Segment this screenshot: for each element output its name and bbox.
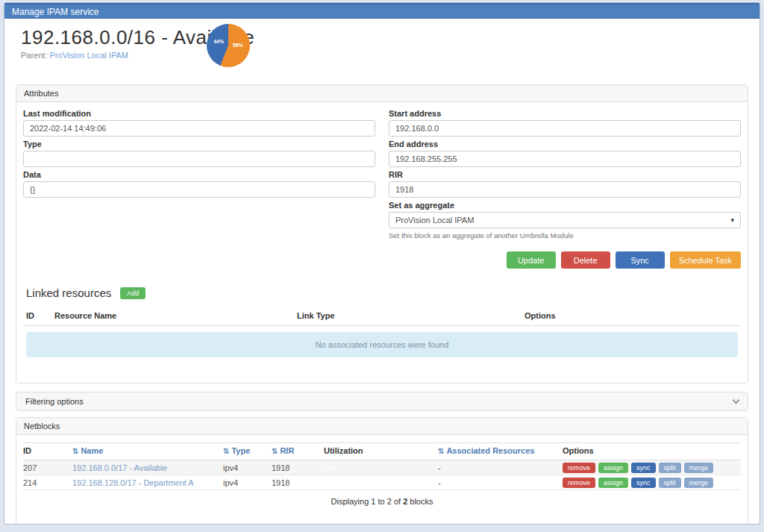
netblock-link[interactable]: 192.168.128.0/17 - Department A [72, 478, 194, 487]
row-rir: 1918 [272, 463, 324, 472]
action-buttons: Update Delete Sync Schedule Task [23, 251, 741, 269]
data-label: Data [23, 170, 375, 179]
form-right-column: Start address End address RIR Set a [389, 109, 741, 242]
split-button[interactable]: split [659, 478, 681, 488]
sync-row-button[interactable]: sync [631, 463, 656, 473]
sort-icon: ⇅ [72, 447, 78, 455]
column-header-options: Options [563, 446, 741, 455]
row-rir: 1918 [272, 478, 324, 487]
attributes-panel-body: Last modification Type Data [16, 102, 748, 383]
remove-button[interactable]: remove [563, 478, 595, 488]
linked-resources-header: ID Resource Name Link Type Options [23, 311, 741, 326]
row-associated: - [438, 463, 563, 472]
sync-button[interactable]: Sync [616, 251, 665, 269]
last-modification-input[interactable] [23, 120, 375, 137]
filtering-options-toggle[interactable]: Filtering options [16, 392, 748, 411]
remove-button[interactable]: remove [563, 463, 595, 473]
netblock-link[interactable]: 192.168.0.0/17 - Available [72, 463, 167, 472]
sync-row-button[interactable]: sync [631, 478, 656, 488]
netblocks-panel-body: ID ⇅Name ⇅Type ⇅RIR Utilization ⇅Associa… [16, 435, 748, 525]
column-header-resource-name: Resource Name [54, 311, 297, 320]
attributes-panel: Attributes Last modification Type Da [16, 84, 748, 384]
table-row: 214 192.168.128.0/17 - Department A ipv4… [23, 475, 741, 490]
aggregate-select-value: ProVision Local IPAM [395, 216, 474, 225]
column-header-rir[interactable]: ⇅RIR [272, 446, 324, 455]
manage-ipam-modal: Manage IPAM service 192.168.0.0/16 - Ava… [4, 2, 760, 525]
netblocks-panel-title: Netblocks [16, 418, 748, 435]
column-header-utilization: Utilization [324, 446, 438, 455]
row-id: 214 [23, 478, 72, 487]
chevron-down-icon [733, 396, 740, 404]
filtering-options-title: Filtering options [25, 397, 84, 406]
row-type: ipv4 [223, 478, 272, 487]
sort-icon: ⇅ [223, 447, 229, 455]
row-id: 207 [23, 463, 72, 472]
linked-resources-title: Linked resources [26, 287, 111, 299]
assign-button[interactable]: assign [598, 463, 628, 473]
column-header-associated-resources[interactable]: ⇅Associated Resources [438, 446, 563, 455]
utilization-pie-chart: 44% 56% [207, 24, 250, 67]
merge-button[interactable]: merge [684, 478, 714, 488]
type-label: Type [23, 140, 375, 148]
set-as-aggregate-label: Set as aggregate [389, 201, 741, 210]
table-row: 207 192.168.0.0/17 - Available ipv4 1918… [23, 460, 741, 475]
aggregate-select[interactable]: ProVision Local IPAM ▾ [389, 212, 741, 228]
form-left-column: Last modification Type Data [23, 109, 375, 242]
end-address-label: End address [389, 140, 741, 148]
merge-button[interactable]: merge [684, 463, 714, 473]
delete-button[interactable]: Delete [561, 251, 610, 269]
row-type: ipv4 [223, 463, 272, 472]
pie-slice-label: 56% [233, 42, 243, 47]
row-options: remove assign sync split merge [563, 478, 741, 488]
page-title: 192.168.0.0/16 - Available [21, 26, 748, 48]
pie-slice-label: 44% [213, 39, 224, 44]
assign-button[interactable]: assign [598, 478, 628, 488]
type-input[interactable] [23, 151, 375, 167]
row-associated: - [438, 478, 563, 487]
window-title: Manage IPAM service [12, 7, 99, 17]
column-header-options: Options [525, 311, 738, 320]
update-button[interactable]: Update [507, 251, 556, 269]
column-header-name[interactable]: ⇅Name [72, 446, 223, 455]
column-header-id: ID [23, 446, 72, 455]
window-titlebar: Manage IPAM service [4, 3, 760, 19]
sort-icon: ⇅ [438, 447, 444, 455]
start-address-input[interactable] [389, 120, 741, 137]
aggregate-help-text: Set this block as an aggregate of anothe… [389, 231, 741, 240]
select-caret-icon: ▾ [730, 217, 734, 224]
empty-resources-alert: No associated resources were found [26, 332, 738, 357]
sort-icon: ⇅ [272, 447, 278, 455]
rir-input[interactable] [389, 181, 741, 198]
split-button[interactable]: split [659, 463, 681, 473]
add-button[interactable]: Add [120, 287, 145, 299]
parent-label: Parent: [21, 51, 47, 60]
schedule-task-button[interactable]: Schedule Task [670, 251, 741, 269]
column-header-link-type: Link Type [297, 311, 525, 320]
row-options: remove assign sync split merge [563, 463, 741, 473]
parent-link[interactable]: ProVision Local IPAM [50, 51, 128, 60]
attributes-panel-title: Attributes [16, 85, 748, 102]
modal-body: 192.168.0.0/16 - Available Parent: ProVi… [4, 19, 760, 525]
start-address-label: Start address [389, 109, 741, 118]
netblocks-header: ID ⇅Name ⇅Type ⇅RIR Utilization ⇅Associa… [23, 442, 741, 460]
parent-line: Parent: ProVision Local IPAM [21, 51, 748, 60]
data-input[interactable] [23, 181, 375, 198]
last-modification-label: Last modification [23, 109, 375, 118]
column-header-type[interactable]: ⇅Type [223, 446, 272, 455]
rir-label: RIR [389, 170, 741, 179]
column-header-id: ID [26, 311, 54, 320]
netblocks-panel: Netblocks ID ⇅Name ⇅Type ⇅RIR Utilizatio… [16, 417, 748, 525]
pagination-summary: Displaying 1 to 2 of 2 blocks [23, 497, 741, 506]
end-address-input[interactable] [389, 151, 741, 167]
block-summary: 192.168.0.0/16 - Available Parent: ProVi… [10, 19, 754, 84]
pagination-total: 2 [403, 497, 407, 506]
